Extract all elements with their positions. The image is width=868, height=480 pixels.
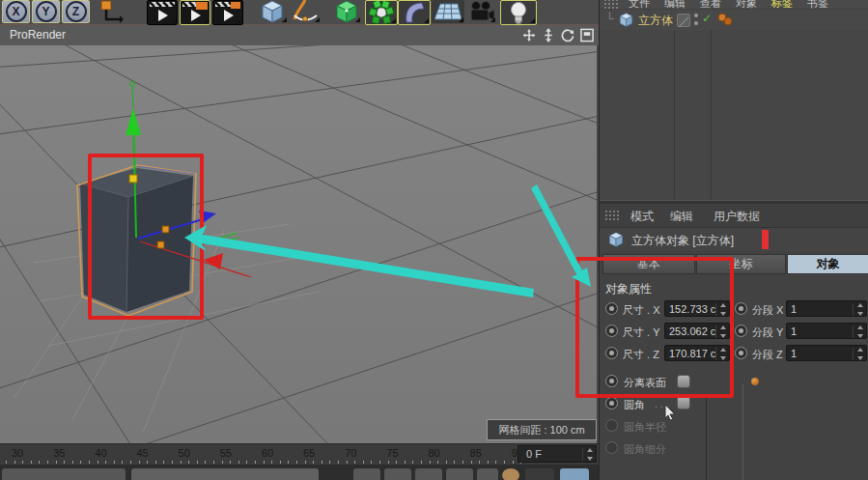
current-frame-field[interactable]: 0 F bbox=[518, 445, 597, 463]
grid-spacing-label: 网格间距 : 100 cm bbox=[487, 419, 597, 440]
spline-pen-button[interactable] bbox=[290, 0, 321, 23]
keyframe-dot-seg-y[interactable] bbox=[735, 325, 747, 337]
mouse-cursor bbox=[664, 405, 678, 420]
tree-branch-glyph: └ bbox=[605, 12, 614, 25]
maximize-view-icon[interactable] bbox=[579, 28, 595, 42]
ruler-numbers: 3035 4045 5055 6065 7075 8085 90 bbox=[12, 447, 523, 459]
am-menu-userdata[interactable]: 用户数据 bbox=[714, 209, 760, 225]
viewport-label: ProRender bbox=[10, 28, 66, 42]
orange-dot bbox=[751, 378, 759, 385]
keyframe-dot-size-z[interactable] bbox=[605, 347, 618, 359]
size-x-label: 尺寸 . X bbox=[623, 303, 660, 318]
enabled-checkmark[interactable]: ✓ bbox=[702, 12, 712, 25]
tab-basic[interactable]: 基本 bbox=[602, 254, 695, 274]
segments-x-label: 分段 X bbox=[752, 303, 783, 318]
render-region-button[interactable] bbox=[180, 0, 210, 25]
segments-y-field[interactable]: 1 bbox=[786, 323, 867, 339]
separate-surfaces-label: 分离表面 bbox=[624, 376, 666, 390]
segments-z-field[interactable]: 1 bbox=[786, 345, 867, 361]
keyframe-dot-fillet-radius bbox=[605, 419, 618, 432]
tab-coordinates[interactable]: 坐标 bbox=[696, 254, 786, 274]
object-name[interactable]: 立方体 bbox=[638, 13, 673, 29]
keyframe-dot-size-y[interactable] bbox=[605, 325, 618, 337]
pan-view-icon[interactable] bbox=[521, 28, 537, 42]
keyframe-dot-fillet-subdiv bbox=[605, 441, 618, 454]
om-menu-tags[interactable]: 标签 bbox=[771, 0, 793, 9]
size-y-field[interactable]: 253.062 c bbox=[664, 323, 730, 339]
layer-icon[interactable] bbox=[677, 14, 690, 27]
size-x-spinner[interactable] bbox=[715, 303, 727, 316]
object-row-cube[interactable]: └ 立方体 ✓ bbox=[600, 10, 868, 30]
cube-object-icon bbox=[608, 232, 624, 247]
phong-tag-icon[interactable] bbox=[717, 13, 733, 26]
add-cube-button[interactable] bbox=[257, 0, 288, 23]
om-menu-bookmarks[interactable]: 书签 bbox=[807, 0, 828, 9]
subdivision-cube-button[interactable] bbox=[332, 0, 361, 23]
dolly-view-icon[interactable] bbox=[541, 28, 556, 42]
render-visibility-dot[interactable] bbox=[694, 21, 698, 25]
bend-deformer-icon bbox=[403, 1, 426, 24]
cube-primitive-icon bbox=[261, 0, 284, 23]
panel-grip[interactable] bbox=[603, 0, 619, 9]
attribute-manager-menubar: 模式 编辑 用户数据 bbox=[600, 204, 868, 228]
size-y-label: 尺寸 . Y bbox=[623, 325, 660, 340]
keyframe-dot-fillet[interactable] bbox=[605, 397, 618, 409]
column-divider bbox=[742, 383, 743, 480]
coordinate-system-button[interactable] bbox=[95, 0, 127, 23]
viewport-titlebar: ProRender bbox=[0, 25, 599, 46]
camera-button[interactable] bbox=[467, 0, 496, 23]
segments-z-spinner[interactable] bbox=[853, 348, 864, 360]
column-divider bbox=[706, 394, 707, 480]
frame-spinner[interactable] bbox=[582, 448, 594, 461]
size-z-spinner[interactable] bbox=[715, 348, 727, 360]
light-bulb-icon bbox=[508, 1, 529, 24]
size-y-spinner[interactable] bbox=[715, 325, 727, 338]
om-menu-edit[interactable]: 编辑 bbox=[664, 0, 686, 9]
axis-x-label: X bbox=[6, 1, 27, 22]
axis-lock-x-button[interactable]: X bbox=[2, 0, 30, 23]
am-menu-edit[interactable]: 编辑 bbox=[670, 209, 693, 225]
coordinate-system-icon bbox=[98, 0, 124, 23]
ruler-tickmarks bbox=[6, 461, 527, 464]
separate-surfaces-checkbox[interactable] bbox=[677, 375, 690, 388]
fillet-checkbox[interactable] bbox=[677, 396, 690, 409]
keyframe-dot-seg-z[interactable] bbox=[735, 347, 747, 359]
om-menu-view[interactable]: 查看 bbox=[700, 0, 721, 9]
render-view-button[interactable] bbox=[147, 0, 178, 25]
axis-lock-z-button[interactable]: Z bbox=[62, 0, 90, 23]
segments-x-spinner[interactable] bbox=[853, 303, 864, 316]
segments-y-label: 分段 Y bbox=[752, 325, 783, 340]
size-z-label: 尺寸 . Z bbox=[623, 348, 659, 362]
axis-lock-y-button[interactable]: Y bbox=[32, 0, 60, 23]
rotate-view-icon[interactable] bbox=[560, 28, 575, 42]
object-manager-menubar: 文件 编辑 查看 对象 标签 书签 bbox=[600, 0, 868, 9]
timeline-ruler[interactable]: 3035 4045 5055 6065 7075 8085 90 bbox=[0, 443, 599, 466]
3d-viewport[interactable] bbox=[0, 45, 597, 443]
light-button[interactable] bbox=[500, 0, 537, 25]
segments-x-field[interactable]: 1 bbox=[786, 300, 867, 317]
axis-z-label: Z bbox=[66, 1, 87, 22]
segments-y-spinner[interactable] bbox=[853, 325, 864, 338]
object-manager-tree[interactable] bbox=[600, 30, 868, 200]
size-z-field[interactable]: 170.817 c bbox=[664, 345, 730, 361]
fillet-label: 圆角 bbox=[624, 398, 645, 412]
main-toolbar: X Y Z bbox=[0, 0, 599, 25]
keyframe-dot-size-x[interactable] bbox=[605, 302, 618, 315]
size-x-field[interactable]: 152.733 c bbox=[664, 300, 730, 317]
om-menu-file[interactable]: 文件 bbox=[629, 0, 650, 9]
panel-grip[interactable] bbox=[604, 210, 620, 220]
floor-button[interactable] bbox=[432, 0, 464, 23]
deformer-button[interactable] bbox=[398, 0, 431, 25]
am-menu-mode[interactable]: 模式 bbox=[630, 209, 654, 225]
keyframe-dot-seg-x[interactable] bbox=[735, 302, 747, 315]
editor-visibility-dot[interactable] bbox=[694, 14, 698, 17]
keyframe-dot-separate[interactable] bbox=[605, 375, 618, 387]
axis-y-label: Y bbox=[36, 1, 57, 22]
cinema4d-window: X Y Z bbox=[0, 0, 868, 480]
om-menu-objects[interactable]: 对象 bbox=[736, 0, 757, 9]
tab-object[interactable]: 对象 bbox=[787, 254, 868, 274]
right-panel: 文件 编辑 查看 对象 标签 书签 └ 立方体 ✓ bbox=[599, 0, 868, 480]
render-settings-button[interactable] bbox=[212, 0, 243, 25]
attribute-title: 立方体对象 [立方体] bbox=[631, 233, 734, 249]
mograph-button[interactable] bbox=[365, 0, 398, 25]
